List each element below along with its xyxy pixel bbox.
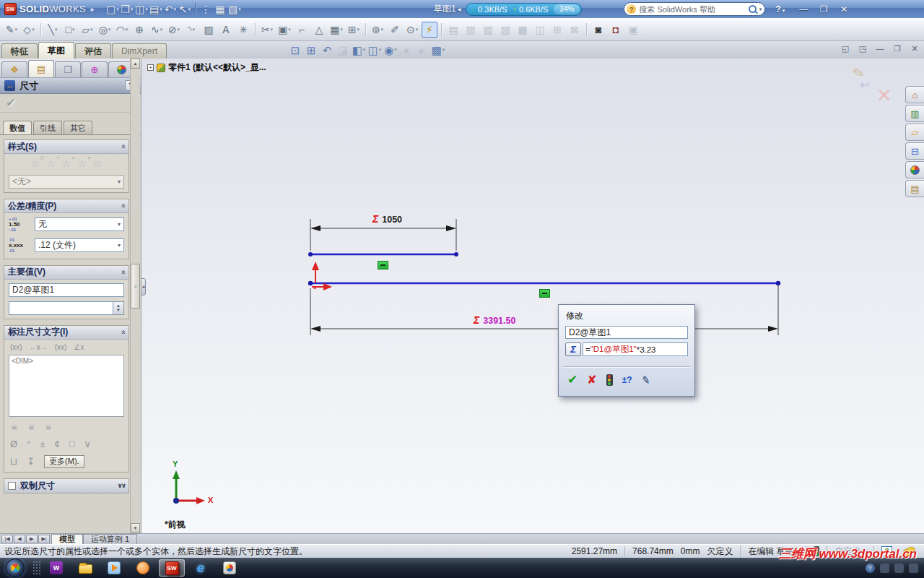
dual-dimension-checkbox[interactable] [8,482,16,490]
tab-dimxpert[interactable]: DimXpert [112,43,167,59]
tab-evaluate[interactable]: 评估 [75,43,111,59]
move-entities-icon[interactable]: ⊞▾ [346,22,362,38]
prev-tab-button[interactable]: ◀ [14,535,25,543]
dimxpert-manager-tab[interactable]: ⊕ [82,61,108,77]
search-dropdown-arrow[interactable]: ▾ [759,7,762,12]
mirror-entities-icon[interactable]: △ [311,22,327,38]
record-video-icon[interactable]: ◘ [608,22,624,38]
panel-scrollbar[interactable]: ▲ ≡ ▼ [130,59,140,533]
rebuild-icon[interactable] [606,374,613,386]
value-spinner[interactable]: ▲▼ [113,301,124,315]
view-orientation-icon[interactable]: ◧▾ [351,42,367,58]
add-remove-block-icon[interactable]: ▨ [497,22,513,38]
rebuild-status-icon[interactable] [806,546,827,556]
appearances-tab[interactable] [905,161,924,178]
make-block-icon[interactable]: ▤ [445,22,461,38]
appearances-icon[interactable]: ◕▾ [414,42,430,58]
tray-icon[interactable] [894,564,904,573]
zoom-area-icon[interactable]: ⊞ [303,42,319,58]
scroll-down-button[interactable]: ▼ [131,523,140,533]
model-tab[interactable]: 模型 [51,534,83,544]
text-offset-icon[interactable]: (xx) [55,343,67,351]
help-button[interactable]: ?▾ [775,4,785,14]
exit-sketch-icon[interactable]: ✎▾ [4,22,19,38]
equation-sigma-button[interactable]: Σ [565,342,581,356]
precision-combo[interactable]: .12 (文件)▾ [35,238,124,252]
plane-tool-icon[interactable]: ▨ [201,22,217,38]
save-icon[interactable]: ◫▾ [134,2,149,17]
tray-icon[interactable] [880,564,889,573]
save-style-icon[interactable]: ☆▾ [77,158,87,171]
feature-tree-flyout[interactable]: + 零件1 (默认<<默认>_显... [147,61,266,74]
cancel-sketch-corner-icon[interactable]: ✕ [876,85,892,107]
insert-block-icon[interactable]: ▧ [480,22,496,38]
explode-block-icon[interactable]: ⊞ [549,22,565,38]
justify-right-icon[interactable]: ≡ [45,422,51,433]
spin-increment-button[interactable]: ±? [622,376,632,384]
print-icon[interactable]: ▤▾ [149,2,163,17]
text-tool-icon[interactable]: A [218,22,234,38]
add-style-icon[interactable]: ☆+ [46,158,56,171]
motion-study-tab[interactable]: 运动算例 1 [83,534,137,544]
horizontal-constraint-icon[interactable] [378,261,388,269]
modify-ok-button[interactable]: ✔ [567,374,578,386]
tree-expand-icon[interactable]: + [147,64,154,71]
slot-tool-icon[interactable]: ▱▾ [79,22,95,38]
repair-sketch-icon[interactable]: ✐ [387,22,403,38]
horizontal-constraint-icon[interactable] [539,289,550,298]
edit-block-icon[interactable]: ▥ [463,22,479,38]
taskbar-paint-app[interactable] [217,559,243,577]
screen-capture-icon[interactable]: ◙ [590,22,606,38]
tab-value[interactable]: 数值 [3,121,32,134]
select-icon[interactable]: ↖▾ [178,2,192,17]
property-manager-tab[interactable]: ▤ [28,60,54,77]
quick-snaps-icon[interactable]: ⊙▾ [404,22,420,38]
modify-name-field[interactable]: D2@草图1 [565,326,688,339]
square-symbol-icon[interactable]: □ [69,439,75,449]
open-document-icon[interactable]: ❒▾ [120,2,134,17]
more-symbols-button[interactable]: 更多(M). [44,455,84,468]
doc-minimize-button[interactable]: — [873,43,886,54]
more-symbols-chevron-icon[interactable]: ∨ [84,439,92,449]
resources-tab[interactable]: ⌂ [905,86,924,103]
graphics-area[interactable]: + 零件1 (默认<<默认>_显... ✎↩ ✕ ⌂ ▥ ▱ ⊟ ▤ ◂ [141,59,924,533]
modify-cancel-button[interactable]: ✘ [587,374,596,386]
first-tab-button[interactable]: |◀ [1,535,13,543]
view-palette-tab[interactable]: ⊟ [905,142,924,160]
shadows-icon[interactable]: ● [398,42,414,58]
load-style-icon[interactable]: ☆↺ [30,158,40,171]
dimension-name-field[interactable]: D2@草图1 [9,283,124,297]
design-library-tab[interactable]: ▥ [905,105,924,122]
close-button[interactable]: ✕ [837,4,851,14]
hide-show-items-icon[interactable]: ◉▾ [383,42,398,58]
line-tool-icon[interactable]: ╲▾ [45,22,61,38]
rectangle-tool-icon[interactable]: □▾ [62,22,78,38]
network-speed-widget[interactable]: ↓0.3KB/S ↑0.6KB/S 34% [466,3,583,16]
doc-close-button[interactable]: ✕ [908,43,921,54]
offset-entities-icon[interactable]: ⌐ [294,22,310,38]
style-group-header[interactable]: 样式(S)» [4,140,128,154]
minimize-button[interactable]: — [796,4,811,14]
custom-properties-tab[interactable]: ▤ [905,180,924,197]
file-properties-icon[interactable]: ▦ [213,2,227,17]
scroll-up-button[interactable]: ▲ [131,59,140,69]
arc-tool-icon[interactable]: ◠▾ [114,22,130,38]
dimension-label-3391[interactable]: Σ3391.50 [474,314,515,326]
tray-icon[interactable] [909,564,918,573]
tab-other[interactable]: 其它 [64,121,92,134]
previous-view-icon[interactable]: ↶ [319,42,335,58]
scene-icon[interactable]: ▩▾ [430,42,446,58]
point-tool-icon[interactable]: ✳ [235,22,251,38]
menu-expand-arrow[interactable]: ▸ [89,5,97,13]
tab-features[interactable]: 特征 [1,43,38,59]
dimension-text-box[interactable]: <DIM> [9,355,124,417]
tab-leaders[interactable]: 引线 [33,121,62,134]
next-tab-button[interactable]: ▶ [26,535,38,543]
modify-equation-field[interactable]: ="D1@草图1"*3.23 [583,342,688,356]
stop-video-icon[interactable]: ▣ [625,22,641,38]
delete-style-icon[interactable]: ☆× [61,158,71,171]
tab-sketch[interactable]: 草图 [38,42,74,59]
ellipse-tool-icon[interactable]: ⊘▾ [166,22,182,38]
quick-tips-toggle[interactable]: ? [873,546,899,556]
scrollbar-thumb[interactable]: ≡ [131,264,140,309]
